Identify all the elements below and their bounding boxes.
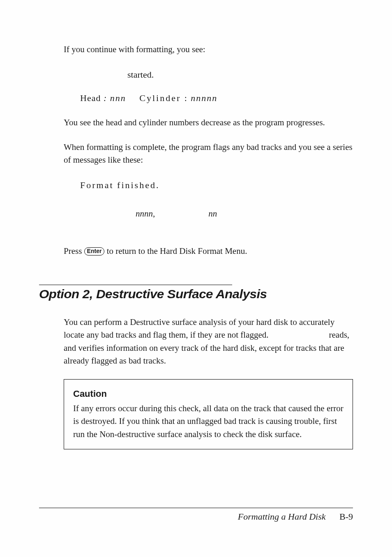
section-body: You can perform a Destructive surface an…: [64, 316, 353, 368]
page-footer: Formatting a Hard Disk B-9: [39, 508, 353, 522]
footer-page-number: B-9: [339, 511, 353, 522]
intro-continue: If you continue with formatting, you see…: [64, 43, 353, 56]
caution-title: Caution: [73, 387, 344, 400]
started-text: started.: [127, 68, 353, 82]
caution-box: Caution If any errors occur during this …: [64, 379, 353, 450]
caution-body: If any errors occur during this check, a…: [73, 402, 344, 441]
press-enter-line: Press Enter to return to the Hard Disk F…: [64, 245, 353, 258]
progress-text: You see the head and cylinder numbers de…: [64, 116, 353, 129]
section-rule: [39, 285, 232, 285]
enter-key-icon: Enter: [84, 247, 105, 255]
head-cylinder-line: Head : nnn Cylinder : nnnnn: [80, 91, 353, 105]
section-heading: Option 2, Destructive Surface Analysis: [39, 288, 378, 301]
footer-rule: [39, 508, 353, 508]
complete-text: When formatting is complete, the program…: [64, 141, 353, 167]
nnnn-line: nnnn,nn: [136, 207, 353, 221]
footer-title: Formatting a Hard Disk: [238, 511, 326, 522]
format-finished-text: Format finished.: [80, 178, 353, 192]
